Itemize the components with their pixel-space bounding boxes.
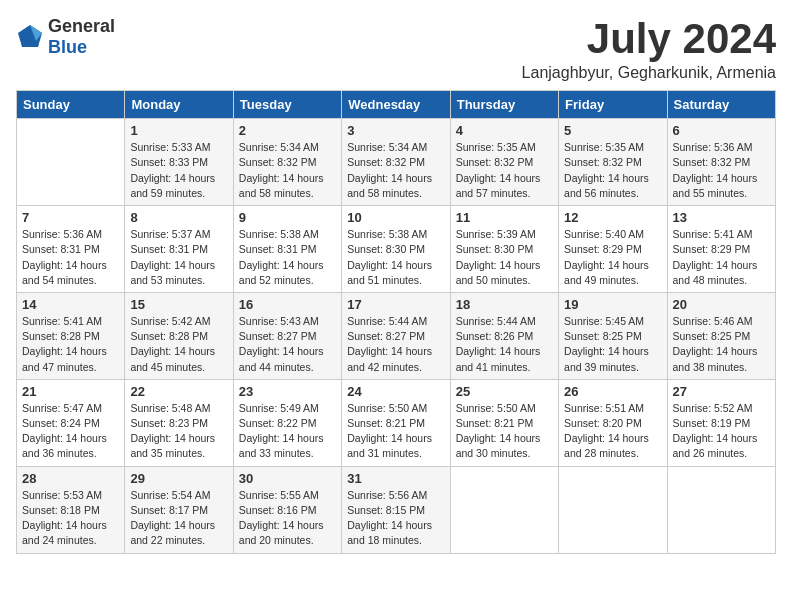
day-info: Sunrise: 5:52 AMSunset: 8:19 PMDaylight:… (673, 401, 770, 462)
day-number: 29 (130, 471, 227, 486)
day-number: 30 (239, 471, 336, 486)
calendar-cell: 4Sunrise: 5:35 AMSunset: 8:32 PMDaylight… (450, 119, 558, 206)
calendar-cell: 10Sunrise: 5:38 AMSunset: 8:30 PMDayligh… (342, 206, 450, 293)
day-info: Sunrise: 5:38 AMSunset: 8:31 PMDaylight:… (239, 227, 336, 288)
calendar-cell: 14Sunrise: 5:41 AMSunset: 8:28 PMDayligh… (17, 292, 125, 379)
day-number: 10 (347, 210, 444, 225)
day-number: 5 (564, 123, 661, 138)
month-title: July 2024 (522, 16, 776, 62)
day-number: 9 (239, 210, 336, 225)
calendar-cell: 25Sunrise: 5:50 AMSunset: 8:21 PMDayligh… (450, 379, 558, 466)
day-number: 27 (673, 384, 770, 399)
calendar-body: 1Sunrise: 5:33 AMSunset: 8:33 PMDaylight… (17, 119, 776, 553)
day-info: Sunrise: 5:36 AMSunset: 8:31 PMDaylight:… (22, 227, 119, 288)
page-header: General Blue July 2024 Lanjaghbyur, Gegh… (16, 16, 776, 82)
day-info: Sunrise: 5:41 AMSunset: 8:28 PMDaylight:… (22, 314, 119, 375)
day-number: 21 (22, 384, 119, 399)
calendar-cell: 26Sunrise: 5:51 AMSunset: 8:20 PMDayligh… (559, 379, 667, 466)
day-info: Sunrise: 5:35 AMSunset: 8:32 PMDaylight:… (456, 140, 553, 201)
logo-blue: Blue (48, 37, 87, 57)
day-number: 1 (130, 123, 227, 138)
day-info: Sunrise: 5:37 AMSunset: 8:31 PMDaylight:… (130, 227, 227, 288)
calendar-cell: 9Sunrise: 5:38 AMSunset: 8:31 PMDaylight… (233, 206, 341, 293)
weekday-header-cell: Sunday (17, 91, 125, 119)
day-number: 23 (239, 384, 336, 399)
calendar-cell: 11Sunrise: 5:39 AMSunset: 8:30 PMDayligh… (450, 206, 558, 293)
day-number: 15 (130, 297, 227, 312)
weekday-header-cell: Tuesday (233, 91, 341, 119)
day-info: Sunrise: 5:41 AMSunset: 8:29 PMDaylight:… (673, 227, 770, 288)
day-info: Sunrise: 5:47 AMSunset: 8:24 PMDaylight:… (22, 401, 119, 462)
day-number: 4 (456, 123, 553, 138)
day-info: Sunrise: 5:50 AMSunset: 8:21 PMDaylight:… (456, 401, 553, 462)
day-number: 25 (456, 384, 553, 399)
calendar-cell: 15Sunrise: 5:42 AMSunset: 8:28 PMDayligh… (125, 292, 233, 379)
calendar-week-row: 21Sunrise: 5:47 AMSunset: 8:24 PMDayligh… (17, 379, 776, 466)
logo-icon (16, 23, 44, 51)
day-info: Sunrise: 5:34 AMSunset: 8:32 PMDaylight:… (347, 140, 444, 201)
day-info: Sunrise: 5:39 AMSunset: 8:30 PMDaylight:… (456, 227, 553, 288)
calendar-cell: 1Sunrise: 5:33 AMSunset: 8:33 PMDaylight… (125, 119, 233, 206)
calendar-cell: 24Sunrise: 5:50 AMSunset: 8:21 PMDayligh… (342, 379, 450, 466)
day-number: 7 (22, 210, 119, 225)
day-number: 2 (239, 123, 336, 138)
day-number: 19 (564, 297, 661, 312)
day-number: 17 (347, 297, 444, 312)
calendar-table: SundayMondayTuesdayWednesdayThursdayFrid… (16, 90, 776, 553)
day-info: Sunrise: 5:46 AMSunset: 8:25 PMDaylight:… (673, 314, 770, 375)
weekday-header-cell: Wednesday (342, 91, 450, 119)
location-title: Lanjaghbyur, Gegharkunik, Armenia (522, 64, 776, 82)
calendar-cell (559, 466, 667, 553)
day-info: Sunrise: 5:55 AMSunset: 8:16 PMDaylight:… (239, 488, 336, 549)
calendar-cell: 17Sunrise: 5:44 AMSunset: 8:27 PMDayligh… (342, 292, 450, 379)
day-number: 12 (564, 210, 661, 225)
day-info: Sunrise: 5:49 AMSunset: 8:22 PMDaylight:… (239, 401, 336, 462)
logo-general: General (48, 16, 115, 36)
calendar-cell (667, 466, 775, 553)
calendar-cell: 21Sunrise: 5:47 AMSunset: 8:24 PMDayligh… (17, 379, 125, 466)
logo: General Blue (16, 16, 115, 58)
day-info: Sunrise: 5:40 AMSunset: 8:29 PMDaylight:… (564, 227, 661, 288)
day-number: 11 (456, 210, 553, 225)
day-number: 28 (22, 471, 119, 486)
calendar-cell: 8Sunrise: 5:37 AMSunset: 8:31 PMDaylight… (125, 206, 233, 293)
calendar-cell: 12Sunrise: 5:40 AMSunset: 8:29 PMDayligh… (559, 206, 667, 293)
day-info: Sunrise: 5:50 AMSunset: 8:21 PMDaylight:… (347, 401, 444, 462)
weekday-header-cell: Saturday (667, 91, 775, 119)
day-info: Sunrise: 5:54 AMSunset: 8:17 PMDaylight:… (130, 488, 227, 549)
day-number: 6 (673, 123, 770, 138)
calendar-week-row: 1Sunrise: 5:33 AMSunset: 8:33 PMDaylight… (17, 119, 776, 206)
day-info: Sunrise: 5:44 AMSunset: 8:26 PMDaylight:… (456, 314, 553, 375)
day-number: 22 (130, 384, 227, 399)
day-info: Sunrise: 5:38 AMSunset: 8:30 PMDaylight:… (347, 227, 444, 288)
calendar-cell: 30Sunrise: 5:55 AMSunset: 8:16 PMDayligh… (233, 466, 341, 553)
day-info: Sunrise: 5:44 AMSunset: 8:27 PMDaylight:… (347, 314, 444, 375)
day-number: 14 (22, 297, 119, 312)
day-number: 16 (239, 297, 336, 312)
calendar-cell: 27Sunrise: 5:52 AMSunset: 8:19 PMDayligh… (667, 379, 775, 466)
weekday-header-row: SundayMondayTuesdayWednesdayThursdayFrid… (17, 91, 776, 119)
calendar-cell: 28Sunrise: 5:53 AMSunset: 8:18 PMDayligh… (17, 466, 125, 553)
day-info: Sunrise: 5:48 AMSunset: 8:23 PMDaylight:… (130, 401, 227, 462)
day-info: Sunrise: 5:56 AMSunset: 8:15 PMDaylight:… (347, 488, 444, 549)
weekday-header-cell: Thursday (450, 91, 558, 119)
calendar-cell: 13Sunrise: 5:41 AMSunset: 8:29 PMDayligh… (667, 206, 775, 293)
day-info: Sunrise: 5:36 AMSunset: 8:32 PMDaylight:… (673, 140, 770, 201)
day-info: Sunrise: 5:43 AMSunset: 8:27 PMDaylight:… (239, 314, 336, 375)
day-info: Sunrise: 5:42 AMSunset: 8:28 PMDaylight:… (130, 314, 227, 375)
day-number: 20 (673, 297, 770, 312)
calendar-cell (450, 466, 558, 553)
day-number: 3 (347, 123, 444, 138)
calendar-cell (17, 119, 125, 206)
calendar-week-row: 7Sunrise: 5:36 AMSunset: 8:31 PMDaylight… (17, 206, 776, 293)
day-number: 24 (347, 384, 444, 399)
calendar-cell: 31Sunrise: 5:56 AMSunset: 8:15 PMDayligh… (342, 466, 450, 553)
calendar-cell: 16Sunrise: 5:43 AMSunset: 8:27 PMDayligh… (233, 292, 341, 379)
calendar-week-row: 14Sunrise: 5:41 AMSunset: 8:28 PMDayligh… (17, 292, 776, 379)
day-info: Sunrise: 5:35 AMSunset: 8:32 PMDaylight:… (564, 140, 661, 201)
day-info: Sunrise: 5:33 AMSunset: 8:33 PMDaylight:… (130, 140, 227, 201)
weekday-header-cell: Friday (559, 91, 667, 119)
calendar-week-row: 28Sunrise: 5:53 AMSunset: 8:18 PMDayligh… (17, 466, 776, 553)
day-number: 31 (347, 471, 444, 486)
title-block: July 2024 Lanjaghbyur, Gegharkunik, Arme… (522, 16, 776, 82)
